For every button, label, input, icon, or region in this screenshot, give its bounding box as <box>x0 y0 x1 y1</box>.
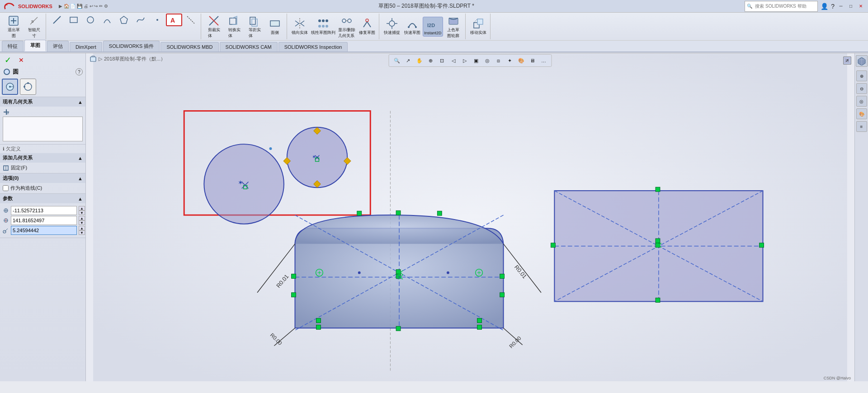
svg-point-45 <box>24 83 32 90</box>
param-r-up[interactable]: ▲ <box>79 226 85 230</box>
param-cy-up[interactable]: ▲ <box>79 216 85 220</box>
options-collapse[interactable]: ▲ <box>78 176 83 181</box>
point-btn[interactable] <box>149 14 165 25</box>
maximize-btn[interactable]: □ <box>847 3 854 10</box>
param-cy-input[interactable] <box>11 216 77 225</box>
param-cx-input[interactable] <box>11 206 77 215</box>
repair-btn[interactable]: 修复草图 <box>357 16 377 37</box>
face-btn[interactable]: 面侧 <box>265 16 285 37</box>
right-btn-5[interactable]: ≡ <box>856 121 867 132</box>
existing-geometry-collapse[interactable]: ▲ <box>78 99 83 105</box>
circle-btn[interactable] <box>82 14 99 25</box>
ref-geom-btn[interactable] <box>183 14 199 25</box>
svg-text:A: A <box>170 17 175 24</box>
param-cy-down[interactable]: ▼ <box>79 220 85 225</box>
params-collapse[interactable]: ▲ <box>78 196 83 201</box>
ctb-view2[interactable]: ⧈ <box>494 56 504 66</box>
polygon-btn[interactable] <box>116 14 132 25</box>
svg-rect-86 <box>437 211 442 215</box>
canvas-area[interactable]: ▷ 2018草图绘制-零件（默...） 🔍 ↗ ✋ ⊕ ⊡ ◁ ▷ ▣ ◎ ⧈ … <box>86 53 854 381</box>
ctb-light[interactable]: ✦ <box>505 56 515 66</box>
convert-btn[interactable]: 转换实体 <box>224 14 244 40</box>
corner-popout-btn[interactable]: ↗ <box>843 56 851 65</box>
tab-sw-cam[interactable]: SOLIDWORKS CAM <box>220 42 278 51</box>
smart-dim-btn[interactable]: S 智能尺寸 <box>24 14 44 40</box>
construction-line-checkbox[interactable] <box>3 185 9 191</box>
move-entity-btn[interactable]: 移动实体 <box>468 16 488 37</box>
add-geometry-content: 固定(F) <box>0 163 85 173</box>
svg-rect-113 <box>656 298 660 303</box>
svg-rect-82 <box>292 274 296 279</box>
ctb-prev[interactable]: ◁ <box>448 56 458 66</box>
help-btn[interactable]: ? <box>75 68 83 75</box>
toolbar-group-move: 移动实体 <box>467 14 491 39</box>
instant2d-btn[interactable]: I2D Instant2D <box>423 17 443 37</box>
help-icon[interactable]: ? <box>831 3 835 10</box>
ctb-rotate[interactable]: ↗ <box>403 56 413 66</box>
mirror-btn[interactable]: 镜向实体 <box>290 16 310 37</box>
lineararray-btn[interactable]: 线性草图阵列 <box>310 16 336 37</box>
tab-sw-mbd[interactable]: SOLIDWORKS MBD <box>160 42 218 51</box>
exit-sketch-btn[interactable]: 退出草图 <box>4 14 24 40</box>
tab-sw-inspection[interactable]: SOLIDWORKS Inspection <box>278 42 348 51</box>
options-header[interactable]: 选项(0) ▲ <box>0 173 85 183</box>
view-cube[interactable] <box>856 55 868 67</box>
existing-geometry-header[interactable]: 现有几何关系 ▲ <box>0 97 85 107</box>
ctb-scene[interactable]: 🖥 <box>528 56 538 66</box>
circle-perimeter-btn[interactable] <box>20 79 36 95</box>
ctb-view1[interactable]: ◎ <box>482 56 492 66</box>
svg-rect-94 <box>477 318 482 323</box>
ctb-fit[interactable]: ⊡ <box>437 56 447 66</box>
param-r-input[interactable] <box>11 226 77 235</box>
ctb-next[interactable]: ▷ <box>460 56 470 66</box>
line-btn[interactable] <box>49 14 65 25</box>
ctb-search[interactable]: 🔍 <box>392 56 402 66</box>
tab-dimxpert[interactable]: DimXpert <box>70 42 102 51</box>
cancel-btn[interactable]: ✕ <box>16 56 27 65</box>
tab-sw-plugins[interactable]: SOLIDWORKS 插件 <box>103 41 160 51</box>
circle-label: 圆 <box>13 68 19 76</box>
right-btn-4[interactable]: 🎨 <box>856 108 867 119</box>
offset-btn[interactable]: 等距实体 <box>245 14 264 40</box>
toolbar-group-sketch: A <box>47 14 201 39</box>
ctb-more[interactable]: … <box>539 56 549 66</box>
sketch-canvas[interactable]: ✶ ✶ <box>86 53 854 381</box>
showrels-btn[interactable]: 显示/删除几何关系 <box>337 14 357 40</box>
text-btn[interactable]: A <box>166 14 182 26</box>
tab-features[interactable]: 特征 <box>2 41 24 51</box>
ctb-appear[interactable]: 🎨 <box>516 56 526 66</box>
add-geometry-header[interactable]: 添加几何关系 ▲ <box>0 153 85 163</box>
minimize-btn[interactable]: ─ <box>837 3 844 10</box>
search-input[interactable] <box>752 2 816 11</box>
tab-sketch[interactable]: 草图 <box>24 40 46 51</box>
ctb-zoom[interactable]: ⊕ <box>426 56 436 66</box>
geometry-list[interactable] <box>3 117 83 141</box>
confirm-btn[interactable]: ✓ <box>2 54 14 66</box>
existing-geometry-section: 现有几何关系 ▲ <box>0 97 85 145</box>
param-r-down[interactable]: ▼ <box>79 230 85 235</box>
add-geometry-collapse[interactable]: ▲ <box>78 155 83 161</box>
circle-center-btn[interactable] <box>2 79 18 95</box>
rect-btn[interactable] <box>66 14 82 25</box>
right-btn-2[interactable]: ⊖ <box>856 83 867 94</box>
existing-geometry-content <box>0 107 85 144</box>
param-cx-icon <box>3 207 9 214</box>
svg-point-22 <box>318 25 321 28</box>
ctb-section[interactable]: ▣ <box>471 56 481 66</box>
param-cx-up[interactable]: ▲ <box>79 206 85 211</box>
arc-btn[interactable] <box>99 14 115 25</box>
param-cx-down[interactable]: ▼ <box>79 211 85 215</box>
colorsketch-btn[interactable]: 上色草图轮廓 <box>443 14 463 40</box>
snap-btn[interactable]: 快速捕捉 <box>382 16 402 37</box>
trim-btn[interactable]: 剪裁实体 <box>204 14 224 40</box>
quicksketch-btn[interactable]: 快速草图 <box>402 16 422 37</box>
close-btn[interactable]: ✕ <box>857 3 864 10</box>
right-btn-3[interactable]: ◎ <box>856 96 867 107</box>
params-header[interactable]: 参数 ▲ <box>0 194 85 203</box>
ctb-pan[interactable]: ✋ <box>415 56 425 66</box>
svg-rect-16 <box>252 19 257 26</box>
right-btn-1[interactable]: ⊕ <box>856 70 867 81</box>
user-icon[interactable]: 👤 <box>821 3 828 10</box>
tab-evaluate[interactable]: 评估 <box>47 41 69 51</box>
spline-btn[interactable] <box>132 14 149 25</box>
